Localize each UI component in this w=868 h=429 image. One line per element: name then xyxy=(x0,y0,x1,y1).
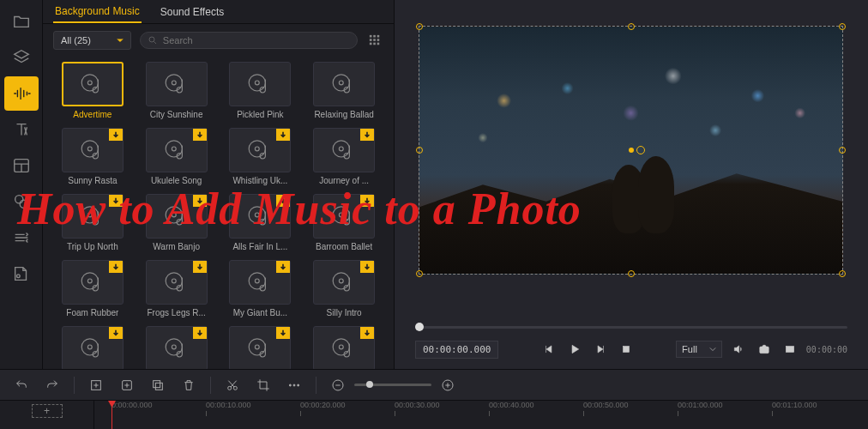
prev-frame-button[interactable] xyxy=(539,340,558,359)
scrub-head[interactable] xyxy=(415,323,424,331)
play-button[interactable] xyxy=(565,340,584,359)
effects-tool[interactable] xyxy=(4,184,39,219)
fullscreen-button[interactable] xyxy=(781,340,799,359)
download-badge-icon xyxy=(109,129,123,141)
svg-point-2 xyxy=(20,200,27,208)
resize-handle[interactable] xyxy=(416,270,423,277)
track-item[interactable] xyxy=(221,326,300,369)
tab-sound-effects[interactable]: Sound Effects xyxy=(159,2,226,22)
add-button[interactable] xyxy=(118,376,136,395)
redo-button[interactable] xyxy=(43,376,62,395)
track-item[interactable] xyxy=(137,326,216,369)
svg-point-16 xyxy=(166,75,182,91)
track-item[interactable] xyxy=(304,326,383,369)
track-item[interactable]: Relaxing Ballad xyxy=(304,62,383,119)
track-item[interactable]: Frogs Legs R... xyxy=(137,260,216,317)
track-item[interactable]: My Giant Bu... xyxy=(221,260,300,317)
center-anchor-ring[interactable] xyxy=(636,146,645,154)
svg-point-17 xyxy=(172,81,176,85)
track-label: Whistling Uk... xyxy=(232,176,287,185)
center-anchor[interactable] xyxy=(629,148,634,153)
download-badge-icon xyxy=(276,327,290,339)
svg-point-1 xyxy=(15,196,22,203)
track-item[interactable] xyxy=(53,326,132,369)
more-button[interactable] xyxy=(285,376,304,395)
timecode-display: 00:00:00.000 xyxy=(415,341,498,359)
track-item[interactable]: Whistling Uk... xyxy=(221,128,300,185)
svg-point-48 xyxy=(166,339,182,355)
track-thumb xyxy=(62,62,124,106)
svg-point-31 xyxy=(87,213,92,217)
track-item[interactable]: Ukulele Song xyxy=(137,128,216,185)
stop-button[interactable] xyxy=(617,340,636,359)
tab-background-music[interactable]: Background Music xyxy=(53,1,142,23)
download-badge-icon xyxy=(360,129,374,141)
layers-tool[interactable] xyxy=(4,40,39,75)
timeline: + 0:00:00.00000:00:10.00000:00:20.00000:… xyxy=(0,400,868,429)
resize-handle[interactable] xyxy=(416,147,423,154)
svg-point-39 xyxy=(87,279,92,283)
layout-tool[interactable] xyxy=(4,148,39,183)
resize-handle[interactable] xyxy=(839,23,846,30)
resize-handle[interactable] xyxy=(839,270,846,277)
transform-tool[interactable] xyxy=(4,221,39,255)
duplicate-button[interactable] xyxy=(148,376,167,395)
snapshot-button[interactable] xyxy=(755,340,774,359)
track-item[interactable]: Pickled Pink xyxy=(221,62,300,119)
zoom-out-button[interactable] xyxy=(329,376,347,395)
volume-button[interactable] xyxy=(729,340,748,359)
grid-view-button[interactable] xyxy=(366,32,383,49)
preview-canvas[interactable] xyxy=(419,26,843,275)
svg-point-33 xyxy=(172,213,176,217)
resize-handle[interactable] xyxy=(628,23,635,30)
audio-tool[interactable] xyxy=(4,76,39,111)
folder-tool[interactable] xyxy=(4,4,39,39)
track-label: Warm Banjo xyxy=(153,242,200,251)
track-item[interactable]: Sunny Rasta xyxy=(53,128,132,185)
svg-rect-54 xyxy=(623,347,629,353)
track-item[interactable]: Foam Rubber xyxy=(53,260,132,317)
search-box[interactable] xyxy=(140,32,358,49)
next-frame-button[interactable] xyxy=(591,340,610,359)
search-input[interactable] xyxy=(163,35,232,45)
track-item[interactable]: Trip Up North xyxy=(53,194,132,251)
svg-rect-60 xyxy=(154,380,160,387)
text-tool[interactable] xyxy=(4,112,39,147)
edit-button[interactable] xyxy=(87,376,105,395)
undo-button[interactable] xyxy=(12,376,31,395)
download-badge-icon xyxy=(109,195,123,207)
track-item[interactable]: Alls Fair In L... xyxy=(221,194,300,251)
track-label: Relaxing Ballad xyxy=(314,110,374,119)
add-track-button[interactable]: + xyxy=(32,404,63,418)
duration-display: 00:00:00 xyxy=(806,345,847,354)
playhead[interactable] xyxy=(112,401,112,429)
timeline-ruler[interactable]: 0:00:00.00000:00:10.00000:00:20.00000:00… xyxy=(94,401,868,429)
resize-handle[interactable] xyxy=(839,147,846,154)
download-badge-icon xyxy=(193,195,207,207)
preview-size-dropdown[interactable]: Full xyxy=(676,341,722,358)
svg-point-29 xyxy=(340,147,344,151)
track-item[interactable]: Advertime xyxy=(53,62,132,119)
zoom-slider[interactable] xyxy=(354,384,431,386)
track-label: Barroom Ballet xyxy=(316,242,372,251)
track-item[interactable]: Silly Intro xyxy=(304,260,383,317)
crop-button[interactable] xyxy=(254,376,273,395)
track-item[interactable]: Journey of ... xyxy=(304,128,383,185)
track-item[interactable]: Warm Banjo xyxy=(137,194,216,251)
svg-point-38 xyxy=(81,273,98,289)
track-label: Pickled Pink xyxy=(237,110,283,119)
ruler-tick: 00:00:40.000 xyxy=(489,401,534,409)
delete-button[interactable] xyxy=(179,376,198,395)
cut-button[interactable] xyxy=(223,376,242,395)
ruler-tick: 00:01:10.000 xyxy=(772,401,817,409)
svg-point-64 xyxy=(289,384,291,386)
track-item[interactable]: Barroom Ballet xyxy=(304,194,383,251)
export-tool[interactable] xyxy=(4,257,39,291)
resize-handle[interactable] xyxy=(416,23,423,30)
download-badge-icon xyxy=(360,195,374,207)
track-item[interactable]: City Sunshine xyxy=(137,62,216,119)
category-dropdown[interactable]: All (25) xyxy=(53,31,131,50)
preview-scrubber[interactable] xyxy=(412,317,851,336)
zoom-in-button[interactable] xyxy=(438,376,457,395)
resize-handle[interactable] xyxy=(628,270,635,277)
